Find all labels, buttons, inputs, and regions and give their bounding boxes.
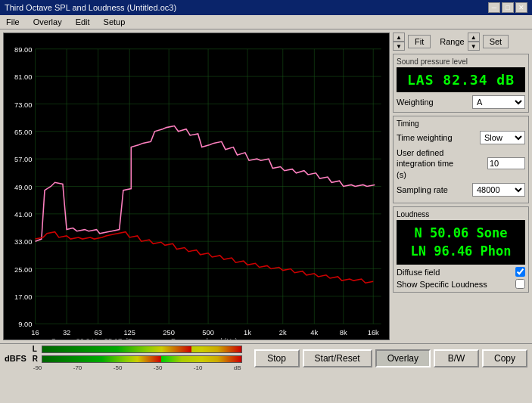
range-arrow-group: ▲ ▼ <box>468 33 480 51</box>
loudness-line1: N 50.06 Sone <box>415 225 508 240</box>
loudness-section-label: Loudness <box>397 210 525 219</box>
svg-text:81.00: 81.00 <box>14 73 32 81</box>
weighting-row: Weighting A B C Z <box>397 95 525 109</box>
time-weighting-label: Time weighting <box>397 133 453 142</box>
bw-button[interactable]: B/W <box>434 349 479 367</box>
top-controls: ▲ ▼ Fit Range ▲ ▼ Set <box>393 33 529 51</box>
dbfs-label: dBFS <box>5 354 26 363</box>
spl-panel: Sound pressure level LAS 82.34 dB Weight… <box>393 54 529 113</box>
chart-svg: 89.00 81.00 73.00 65.00 57.00 49.00 41.0… <box>4 33 389 339</box>
window-title: Third Octave SPL and Loudness (Untitled.… <box>5 3 176 12</box>
svg-text:57.00: 57.00 <box>14 156 32 163</box>
svg-text:16k: 16k <box>368 329 379 336</box>
svg-text:49.00: 49.00 <box>14 184 32 191</box>
tick-70: -70 <box>73 364 82 371</box>
svg-text:32: 32 <box>63 329 70 336</box>
integration-label: User definedintegration time (s) <box>397 147 465 180</box>
sampling-label: Sampling rate <box>397 185 448 194</box>
menu-edit[interactable]: Edit <box>73 17 93 27</box>
top-down-button[interactable]: ▼ <box>393 42 405 51</box>
weighting-label: Weighting <box>397 98 434 107</box>
top-up-button[interactable]: ▲ <box>393 33 405 42</box>
diffuse-field-label: Diffuse field <box>397 268 440 277</box>
svg-text:9.00: 9.00 <box>18 321 32 328</box>
weighting-select[interactable]: A B C Z <box>472 95 525 109</box>
range-up-button[interactable]: ▲ <box>468 33 480 42</box>
range-label: Range <box>440 37 464 46</box>
svg-text:8k: 8k <box>340 329 347 336</box>
sampling-row: Sampling rate 44100 48000 96000 <box>397 183 525 197</box>
loudness-line2: LN 96.46 Phon <box>410 243 511 259</box>
chart-area: Third octave SPL dB ARTA 89.00 81.00 73.… <box>3 33 390 340</box>
svg-text:73.00: 73.00 <box>14 101 32 109</box>
svg-text:4k: 4k <box>310 329 318 336</box>
svg-text:25.00: 25.00 <box>14 266 32 274</box>
meter-ticks: -90 -70 -50 -30 -10 dB <box>33 364 242 371</box>
meter-l-label: L <box>33 345 40 353</box>
set-button[interactable]: Set <box>483 35 509 48</box>
time-weighting-select[interactable]: Slow Fast Impulse <box>480 131 525 144</box>
timing-section-label: Timing <box>397 119 525 128</box>
integration-input[interactable] <box>487 157 525 169</box>
integration-row: User definedintegration time (s) <box>397 147 525 180</box>
range-down-button[interactable]: ▼ <box>468 42 480 51</box>
loudness-display: N 50.06 Sone LN 96.46 Phon <box>397 220 525 265</box>
svg-text:250: 250 <box>163 329 175 336</box>
svg-text:Cursor:  20.0 Hz, 35.17 dB: Cursor: 20.0 Hz, 35.17 dB <box>51 337 132 339</box>
timing-panel: Timing Time weighting Slow Fast Impulse … <box>393 116 529 203</box>
top-arrow-group: ▲ ▼ <box>393 33 405 51</box>
svg-text:125: 125 <box>123 329 135 336</box>
svg-text:33.00: 33.00 <box>14 238 32 246</box>
stop-button[interactable]: Stop <box>254 349 300 367</box>
menu-file[interactable]: File <box>3 17 23 27</box>
tick-db: dB <box>234 364 241 371</box>
svg-text:2k: 2k <box>279 329 287 336</box>
spl-section-label: Sound pressure level <box>397 57 525 66</box>
meter-r-bar <box>42 355 242 363</box>
bottom-bar: dBFS L R -90 -70 -50 -30 -10 dB Stop Sta… <box>0 343 532 372</box>
meter-l-bar <box>42 346 242 353</box>
svg-text:1k: 1k <box>244 329 251 336</box>
svg-text:Frequency band (Hz): Frequency band (Hz) <box>171 337 238 339</box>
title-bar-buttons: ─ □ ✕ <box>488 2 527 13</box>
meter-l-row: L <box>33 345 242 353</box>
meter-r-label: R <box>33 355 40 363</box>
main-container: Third octave SPL dB ARTA 89.00 81.00 73.… <box>0 29 532 343</box>
right-panel: ▲ ▼ Fit Range ▲ ▼ Set Sound pressure lev… <box>390 29 532 343</box>
time-weighting-row: Time weighting Slow Fast Impulse <box>397 131 525 144</box>
copy-button[interactable]: Copy <box>482 349 527 367</box>
minimize-button[interactable]: ─ <box>488 2 500 13</box>
tick-10: -10 <box>194 364 203 371</box>
meter-r-row: R <box>33 355 242 363</box>
sampling-select[interactable]: 44100 48000 96000 <box>472 183 525 197</box>
tick-90: -90 <box>33 364 42 371</box>
specific-loudness-label: Show Specific Loudness <box>397 280 487 289</box>
maximize-button[interactable]: □ <box>502 2 514 13</box>
menu-bar: File Overlay Edit Setup <box>0 15 532 29</box>
svg-text:65.00: 65.00 <box>14 129 32 136</box>
overlay-button[interactable]: Overlay <box>375 349 431 367</box>
close-button[interactable]: ✕ <box>515 2 527 13</box>
diffuse-field-checkbox[interactable] <box>515 267 525 277</box>
svg-text:17.00: 17.00 <box>14 293 32 301</box>
specific-loudness-checkbox[interactable] <box>515 279 525 289</box>
tick-50: -50 <box>114 364 123 371</box>
svg-text:41.00: 41.00 <box>14 211 32 219</box>
specific-loudness-row: Show Specific Loudness <box>397 279 525 289</box>
fit-button[interactable]: Fit <box>408 35 431 48</box>
svg-text:16: 16 <box>31 329 39 336</box>
meter-container: L R -90 -70 -50 -30 -10 dB <box>33 345 242 371</box>
tick-30: -30 <box>154 364 163 371</box>
bottom-buttons: Stop Start/Reset Overlay B/W Copy <box>254 349 527 367</box>
menu-overlay[interactable]: Overlay <box>30 17 65 27</box>
start-reset-button[interactable]: Start/Reset <box>303 349 372 367</box>
loudness-panel: Loudness N 50.06 Sone LN 96.46 Phon Diff… <box>393 206 529 293</box>
title-bar: Third Octave SPL and Loudness (Untitled.… <box>0 0 532 15</box>
svg-text:89.00: 89.00 <box>14 46 32 54</box>
spl-display: LAS 82.34 dB <box>397 67 525 92</box>
menu-setup[interactable]: Setup <box>101 17 129 27</box>
svg-text:63: 63 <box>94 329 101 336</box>
diffuse-field-row: Diffuse field <box>397 267 525 277</box>
svg-text:500: 500 <box>202 329 214 336</box>
